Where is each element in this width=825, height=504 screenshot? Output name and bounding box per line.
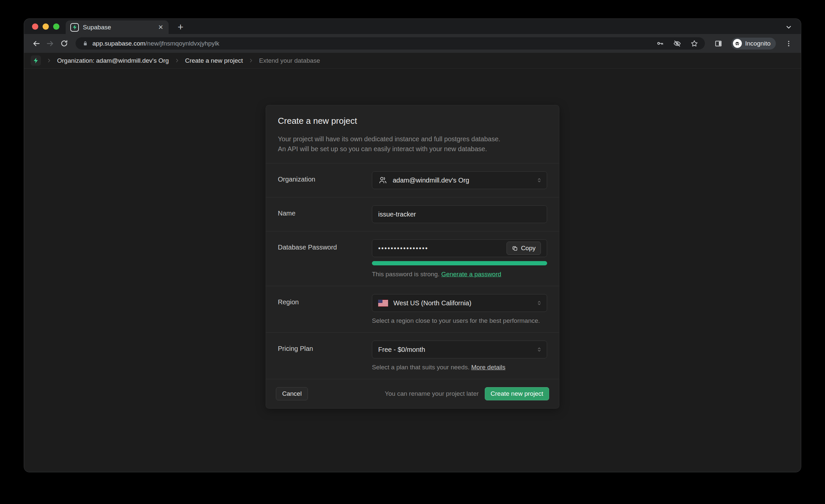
- select-caret-icon: [536, 300, 542, 306]
- browser-tab[interactable]: Supabase ✕: [66, 20, 169, 34]
- create-new-project-button[interactable]: Create new project: [485, 387, 549, 401]
- chevron-right-icon: [47, 58, 52, 63]
- password-strength-bar: [372, 261, 547, 265]
- pricing-row: Pricing Plan Free - $0/month Select a pl…: [266, 333, 559, 379]
- name-value: issue-tracker: [378, 211, 416, 218]
- kebab-menu-icon: [785, 40, 792, 47]
- pricing-label: Pricing Plan: [278, 341, 372, 371]
- organization-label: Organization: [278, 171, 372, 189]
- back-button[interactable]: [29, 37, 43, 51]
- organization-select[interactable]: adam@windmill.dev's Org: [372, 171, 547, 189]
- urlbar-actions: [656, 40, 698, 48]
- strength-text: This password is strong.: [372, 271, 440, 278]
- copy-password-button[interactable]: Copy: [507, 241, 541, 255]
- copy-icon: [512, 245, 518, 251]
- card-footer: Cancel You can rename your project later…: [266, 379, 559, 408]
- screen: Supabase ✕ +: [0, 0, 825, 504]
- incognito-badge[interactable]: Incognito: [731, 38, 776, 50]
- url-path: /new/jfnsmqoynldvxjyhpylk: [146, 40, 219, 47]
- rename-note: You can rename your project later: [385, 390, 478, 398]
- pricing-value: Free - $0/month: [378, 346, 425, 354]
- browser-menu-button[interactable]: [782, 37, 796, 51]
- copy-label: Copy: [521, 244, 536, 252]
- window-controls: [32, 23, 59, 30]
- select-caret-icon: [536, 347, 542, 353]
- us-flag-icon: [378, 300, 388, 307]
- incognito-spy-icon: [733, 39, 742, 48]
- window-zoom-button[interactable]: [53, 23, 59, 30]
- window-minimize-button[interactable]: [43, 23, 49, 30]
- region-label: Region: [278, 294, 372, 325]
- supabase-logo-icon[interactable]: [31, 56, 41, 66]
- breadcrumb-organization[interactable]: Organization: adam@windmill.dev's Org: [57, 57, 169, 64]
- new-tab-button[interactable]: +: [174, 21, 187, 33]
- forward-button: [43, 37, 57, 51]
- password-key-icon[interactable]: [656, 40, 664, 47]
- password-helper: This password is strong. Generate a pass…: [372, 271, 547, 278]
- tab-strip: Supabase ✕ +: [24, 19, 801, 34]
- address-bar[interactable]: app.supabase.com/new/jfnsmqoynldvxjyhpyl…: [76, 37, 705, 50]
- url-text: app.supabase.com/new/jfnsmqoynldvxjyhpyl…: [92, 40, 650, 47]
- eye-slash-icon[interactable]: [673, 40, 681, 48]
- tab-title: Supabase: [83, 24, 153, 31]
- name-label: Name: [278, 205, 372, 223]
- password-masked-value: ••••••••••••••••: [378, 244, 428, 252]
- tab-search-button[interactable]: [784, 22, 794, 32]
- password-label: Database Password: [278, 239, 372, 278]
- breadcrumb-create-project[interactable]: Create a new project: [185, 57, 243, 64]
- bookmark-star-icon[interactable]: [690, 40, 698, 48]
- toolbar-right: Incognito: [711, 37, 796, 51]
- side-panel-button[interactable]: [711, 37, 725, 51]
- select-caret-icon: [536, 177, 542, 183]
- cancel-button[interactable]: Cancel: [276, 387, 308, 401]
- page-title: Create a new project: [278, 116, 547, 126]
- window-close-button[interactable]: [32, 23, 38, 30]
- generate-password-link[interactable]: Generate a password: [441, 271, 501, 278]
- region-row: Region West US (North California) Select…: [266, 286, 559, 332]
- browser-toolbar: app.supabase.com/new/jfnsmqoynldvxjyhpyl…: [24, 34, 801, 53]
- password-row: Database Password •••••••••••••••• Copy: [266, 231, 559, 286]
- page-description: Your project will have its own dedicated…: [278, 134, 547, 154]
- lock-icon: [82, 40, 88, 47]
- reload-icon: [60, 39, 68, 48]
- reload-button[interactable]: [57, 37, 71, 51]
- breadcrumb-extend-database: Extend your database: [259, 57, 320, 64]
- organization-value: adam@windmill.dev's Org: [393, 176, 469, 184]
- supabase-favicon-icon: [70, 23, 79, 32]
- more-details-link[interactable]: More details: [471, 364, 506, 371]
- organization-row: Organization adam@windmill.dev's Org: [266, 163, 559, 197]
- forward-arrow-icon: [46, 39, 55, 48]
- description-line-2: An API will be set up so you can easily …: [278, 144, 547, 154]
- name-input[interactable]: issue-tracker: [372, 205, 547, 223]
- chevron-right-icon: [174, 58, 179, 63]
- password-input[interactable]: •••••••••••••••• Copy: [372, 239, 547, 257]
- card-header: Create a new project Your project will h…: [266, 105, 559, 163]
- chevron-down-icon: [785, 23, 792, 31]
- region-value: West US (North California): [393, 299, 471, 307]
- description-line-1: Your project will have its own dedicated…: [278, 134, 547, 144]
- region-select[interactable]: West US (North California): [372, 294, 547, 312]
- name-row: Name issue-tracker: [266, 197, 559, 231]
- users-icon: [378, 175, 387, 185]
- create-project-card: Create a new project Your project will h…: [266, 105, 559, 409]
- pricing-select[interactable]: Free - $0/month: [372, 341, 547, 358]
- breadcrumb: Organization: adam@windmill.dev's Org Cr…: [24, 53, 801, 69]
- incognito-label: Incognito: [745, 40, 770, 47]
- back-arrow-icon: [32, 39, 41, 48]
- supabase-page: Organization: adam@windmill.dev's Org Cr…: [24, 53, 801, 472]
- chevron-right-icon: [248, 58, 253, 63]
- browser-window: Supabase ✕ +: [24, 19, 801, 472]
- pricing-helper-text: Select a plan that suits your needs.: [372, 364, 470, 371]
- url-domain: app.supabase.com: [92, 40, 146, 47]
- tab-close-icon[interactable]: ✕: [157, 23, 164, 31]
- side-panel-icon: [715, 40, 722, 48]
- region-helper: Select a region close to your users for …: [372, 317, 547, 325]
- pricing-helper: Select a plan that suits your needs. Mor…: [372, 364, 547, 371]
